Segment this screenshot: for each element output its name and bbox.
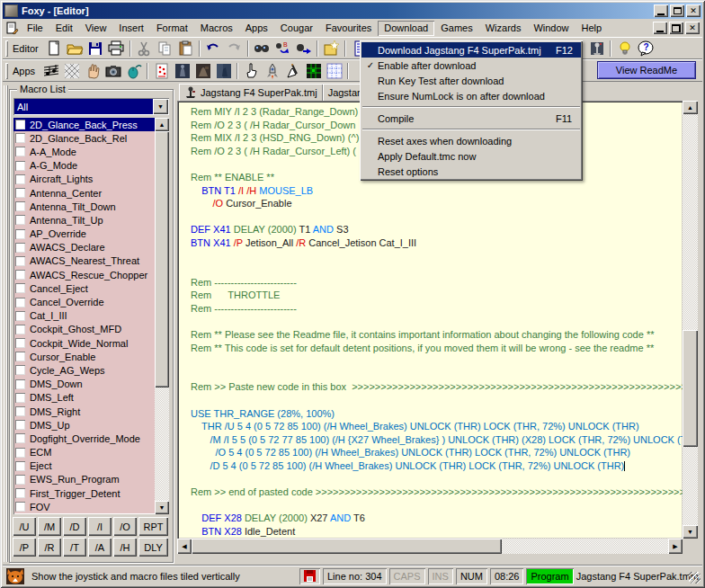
hand-pointer-icon[interactable]	[241, 61, 262, 80]
scroll-thumb[interactable]	[155, 131, 169, 388]
grid-dotted-icon[interactable]	[324, 61, 344, 80]
macro-checkbox[interactable]	[15, 461, 25, 471]
macro-list-item[interactable]: Cockpit_Ghost_MFD	[13, 323, 169, 336]
macro-list-item[interactable]: A-A_Mode	[13, 145, 169, 158]
macro-checkbox[interactable]	[15, 393, 25, 403]
cougar-photo-3-icon[interactable]	[213, 61, 234, 80]
modifier-button-o[interactable]: /O	[113, 517, 137, 536]
macro-checkbox[interactable]	[15, 215, 25, 225]
modifier-button-h[interactable]: /H	[113, 538, 137, 557]
macro-checkbox[interactable]	[15, 243, 25, 253]
macro-list-item[interactable]: Cockpit_Wide_Normal	[13, 336, 169, 350]
macro-keyboard-icon[interactable]	[40, 61, 61, 80]
macro-checkbox[interactable]	[15, 325, 25, 334]
cougar-photo-1-icon[interactable]	[172, 61, 192, 80]
mouse-settings-icon[interactable]	[123, 61, 144, 80]
editor-vertical-scrollbar[interactable]: ▲ ▼	[683, 101, 698, 539]
macro-checkbox[interactable]	[15, 352, 25, 361]
menu-window[interactable]: Window	[527, 21, 575, 36]
macro-list-item[interactable]: Dogfight_Override_Mode	[13, 432, 169, 445]
macro-list-item[interactable]: FOV	[13, 500, 169, 513]
grid-editor-icon[interactable]	[303, 61, 324, 80]
view-readme-button[interactable]: View ReadMe	[597, 61, 696, 79]
tab-jagstang-tmj[interactable]: Jagstang F4 SuperPak.tmj	[179, 84, 323, 101]
macro-checkbox[interactable]	[15, 433, 25, 443]
run-joystick-icon[interactable]	[586, 39, 607, 58]
macro-checkbox[interactable]	[15, 161, 25, 171]
modifier-button-a[interactable]: /A	[88, 538, 112, 557]
macro-checkbox[interactable]	[15, 174, 25, 184]
macro-list-item[interactable]: ECM	[13, 446, 169, 459]
print-icon[interactable]	[106, 39, 127, 58]
menu-item-ensure-numlock-is-on-after-dow[interactable]: Ensure NumLock is on after download	[361, 88, 581, 103]
macro-list-item[interactable]: AWACS_Nearest_Threat	[13, 254, 169, 268]
macro-list-item[interactable]: Aircraft_Lights	[13, 173, 169, 186]
maximize-button[interactable]	[670, 4, 684, 17]
macro-list-item[interactable]: AWACS_Declare	[13, 241, 169, 254]
macro-list-item[interactable]: Antenna_Tilt_Down	[13, 200, 169, 213]
macro-list-item[interactable]: Cycle_AG_Weps	[13, 363, 169, 377]
modifier-button-m[interactable]: /M	[38, 517, 61, 536]
macro-checkbox[interactable]	[15, 365, 25, 375]
scroll-left-icon[interactable]: ◀	[177, 539, 192, 554]
find-replace-icon[interactable]: B	[272, 39, 293, 58]
tip-lightbulb-icon[interactable]	[614, 39, 635, 58]
macro-checkbox[interactable]	[15, 502, 25, 512]
open-file-icon[interactable]	[65, 39, 85, 58]
mdi-close-button[interactable]: ✕	[685, 22, 700, 34]
screen-capture-icon[interactable]	[103, 61, 123, 80]
macro-checkbox[interactable]	[15, 283, 25, 293]
scroll-down-icon[interactable]: ▼	[155, 501, 169, 514]
macro-checkbox[interactable]	[15, 379, 25, 389]
analyse-report-icon[interactable]	[151, 61, 172, 80]
macro-list-item[interactable]: DMS_Down	[13, 378, 169, 391]
macro-checkbox[interactable]	[15, 229, 25, 239]
menu-item-apply-default-tmc-now[interactable]: Apply Default.tmc now	[361, 148, 581, 164]
macro-list-item[interactable]: Antenna_Tilt_Up	[13, 213, 169, 227]
macro-checkbox[interactable]	[15, 406, 25, 416]
menu-item-reset-axes-when-downloading[interactable]: Reset axes when downloading	[361, 133, 581, 148]
macro-checkbox[interactable]	[15, 270, 25, 280]
menu-insert[interactable]: Insert	[112, 21, 150, 36]
macro-list-item[interactable]: First_Trigger_Detent	[13, 486, 169, 500]
menu-item-download-jagstang-f4-superpak-[interactable]: Download Jagstang F4 SuperPak.tmjF12	[361, 42, 581, 58]
macro-checkbox[interactable]	[15, 488, 25, 498]
menu-format[interactable]: Format	[150, 21, 194, 36]
modifier-button-rpt[interactable]: RPT	[138, 517, 168, 536]
macro-checkbox[interactable]	[15, 188, 25, 198]
find-next-icon[interactable]	[293, 39, 314, 58]
menu-games[interactable]: Games	[434, 21, 478, 36]
scroll-up-icon[interactable]: ▲	[683, 101, 698, 114]
title-bar[interactable]: Foxy - [Editor] ✕	[3, 3, 702, 19]
menu-cougar[interactable]: Cougar	[274, 21, 319, 36]
menu-macros[interactable]: Macros	[194, 21, 239, 36]
menu-favourites[interactable]: Favourites	[319, 21, 378, 36]
macro-list-item[interactable]: A-G_Mode	[13, 159, 169, 173]
toolbar-grip[interactable]	[5, 40, 8, 57]
hand-tool-icon[interactable]	[82, 61, 103, 80]
paste-icon[interactable]	[175, 39, 196, 58]
macro-checkbox[interactable]	[15, 338, 25, 348]
scroll-thumb[interactable]	[192, 539, 502, 554]
cougar-photo-2-icon[interactable]	[192, 61, 213, 80]
weave-pattern-icon[interactable]	[61, 61, 82, 80]
macro-list-item[interactable]: Cancel_Eject	[13, 281, 169, 295]
macro-list-item[interactable]: Cat_I_III	[13, 309, 169, 323]
macro-list-item[interactable]: Antenna_Center	[13, 186, 169, 200]
panel-splitter[interactable]	[4, 85, 8, 562]
modifier-button-d[interactable]: /D	[63, 517, 86, 536]
menu-apps[interactable]: Apps	[239, 21, 274, 36]
minimize-button[interactable]	[654, 4, 668, 17]
hand-pen-icon[interactable]	[282, 61, 303, 80]
close-button[interactable]: ✕	[686, 4, 701, 17]
macro-checkbox[interactable]	[15, 120, 25, 129]
macro-checkbox[interactable]	[15, 147, 25, 156]
modifier-button-p[interactable]: /P	[13, 538, 36, 557]
modifier-button-r[interactable]: /R	[38, 538, 61, 557]
modifier-button-dly[interactable]: DLY	[138, 538, 168, 557]
scroll-right-icon[interactable]: ▶	[668, 539, 683, 554]
save-file-icon[interactable]	[85, 39, 106, 58]
scroll-thumb[interactable]	[683, 330, 698, 447]
macro-list-item[interactable]: Eject	[13, 459, 169, 473]
find-icon[interactable]	[252, 39, 272, 58]
